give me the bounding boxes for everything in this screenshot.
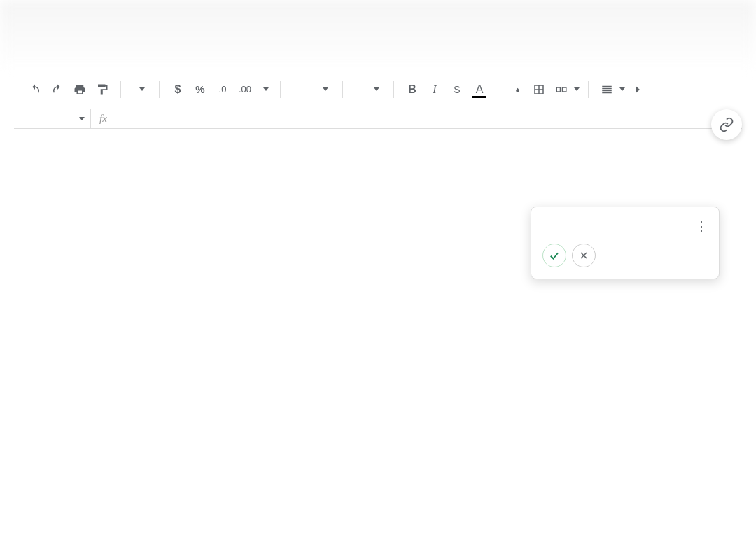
font-select[interactable] [289, 88, 334, 91]
undo-button[interactable] [25, 80, 45, 99]
caret-down-icon [574, 88, 580, 91]
percent-button[interactable]: % [190, 80, 210, 99]
svg-rect-4 [563, 88, 566, 92]
caret-down-icon [374, 88, 379, 91]
italic-button[interactable]: I [425, 80, 444, 99]
zoom-select[interactable] [130, 88, 150, 91]
fill-color-button[interactable] [507, 80, 526, 99]
borders-button[interactable] [529, 80, 549, 99]
more-options-icon[interactable]: ⋮ [695, 218, 708, 234]
caret-down-icon [620, 88, 625, 91]
formula-bar: fx [14, 109, 742, 129]
align-button[interactable] [597, 80, 617, 99]
caret-down-icon [79, 117, 85, 120]
increase-decimal-button[interactable]: .00 [235, 80, 255, 99]
print-button[interactable] [70, 80, 90, 99]
svg-rect-3 [556, 88, 560, 92]
accept-autofill-button[interactable] [542, 244, 566, 267]
redo-button[interactable] [48, 80, 67, 99]
more-button[interactable] [628, 80, 648, 99]
currency-button[interactable]: $ [168, 80, 188, 99]
font-size-select[interactable] [351, 88, 385, 91]
autofill-popup: ⋮ [531, 206, 720, 279]
bold-button[interactable]: B [402, 80, 422, 99]
formula-input[interactable] [115, 109, 742, 128]
merge-button[interactable] [552, 80, 571, 99]
more-formats-button[interactable] [258, 88, 272, 91]
toolbar: $ % .0 .00 B I S A [14, 70, 742, 109]
reject-autofill-button[interactable] [572, 244, 596, 267]
strikethrough-button[interactable]: S [447, 80, 467, 99]
caret-down-icon [263, 88, 269, 91]
caret-down-icon [139, 88, 145, 91]
fx-icon: fx [91, 113, 115, 125]
caret-down-icon [323, 88, 328, 91]
text-color-button[interactable]: A [470, 80, 489, 99]
cell-reference-box[interactable] [14, 109, 91, 128]
paint-format-button[interactable] [92, 80, 112, 99]
decrease-decimal-button[interactable]: .0 [213, 80, 232, 99]
insert-link-button[interactable] [711, 109, 742, 140]
